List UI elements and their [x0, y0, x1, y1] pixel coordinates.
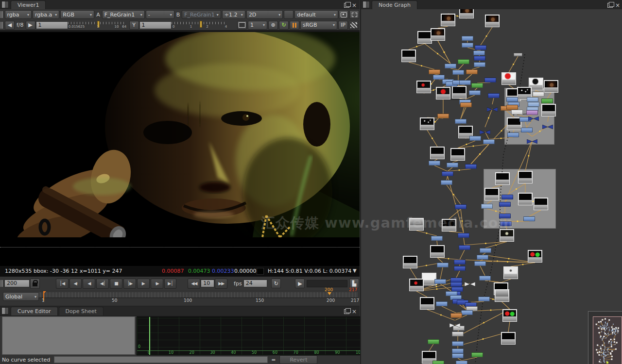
graph-node-merge[interactable]	[465, 279, 475, 288]
panel-drag-handle[interactable]	[363, 1, 370, 8]
graph-node-thumbnail[interactable]	[485, 15, 500, 27]
graph-node-thumbnail[interactable]	[544, 80, 558, 93]
close-panel-icon[interactable]: ×	[352, 3, 357, 8]
graph-node[interactable]	[506, 97, 518, 102]
graph-node[interactable]	[471, 83, 483, 88]
graph-node-thumbnail[interactable]	[420, 117, 434, 130]
current-frame-input[interactable]: 200	[4, 280, 30, 287]
alpha-channel-dropdown[interactable]: rgba.a▾	[33, 10, 59, 19]
graph-node[interactable]	[533, 92, 544, 97]
float-panel-icon[interactable]	[344, 309, 349, 314]
prev-gain-button[interactable]: ◀	[5, 21, 15, 30]
checker-button[interactable]	[349, 21, 359, 30]
graph-node-merge[interactable]	[527, 136, 537, 146]
graph-node[interactable]	[452, 341, 464, 346]
graph-node[interactable]	[506, 105, 518, 110]
graph-node[interactable]	[442, 171, 453, 176]
graph-node[interactable]	[474, 62, 485, 67]
graph-node[interactable]	[445, 64, 456, 68]
display-transform-dropdown[interactable]: default▾	[294, 10, 338, 19]
gamma-input[interactable]: 1	[139, 21, 172, 29]
graph-node[interactable]	[455, 119, 466, 124]
graph-node-merge[interactable]	[528, 114, 539, 123]
graph-node[interactable]	[461, 310, 473, 315]
graph-node-merge[interactable]	[542, 122, 553, 131]
play-backward-button[interactable]: ◀	[83, 279, 95, 289]
graph-node[interactable]	[480, 248, 491, 253]
graph-node-thumbnail[interactable]	[431, 28, 445, 41]
gamma-slider[interactable]: 0124	[172, 21, 228, 30]
graph-node[interactable]	[475, 45, 486, 50]
channels-dropdown[interactable]: rgba▾	[5, 10, 32, 19]
graph-node-thumbnail[interactable]	[528, 250, 542, 263]
display-channels-dropdown[interactable]: RGB▾	[60, 10, 94, 19]
graph-node[interactable]	[436, 301, 448, 306]
graph-node[interactable]	[469, 90, 481, 95]
row-drag-handle[interactable]	[0, 280, 3, 287]
graph-node[interactable]	[441, 180, 452, 185]
graph-node[interactable]	[447, 163, 458, 167]
graph-node[interactable]	[450, 313, 462, 318]
graph-node[interactable]	[484, 78, 496, 83]
graph-node[interactable]	[469, 136, 481, 141]
next-keyframe-button[interactable]: ·▶	[151, 279, 163, 289]
jump-forward-button[interactable]: ▶▶	[215, 279, 227, 289]
graph-node[interactable]	[458, 233, 469, 238]
node-graph-canvas[interactable]	[361, 9, 622, 364]
downrez-dropdown[interactable]: ÷1.2▾	[222, 10, 245, 19]
graph-node[interactable]	[452, 348, 464, 353]
graph-node[interactable]	[454, 266, 466, 271]
tab-curve-editor[interactable]: Curve Editor	[11, 307, 58, 315]
revert-button[interactable]: Revert	[279, 355, 317, 364]
goto-start-button[interactable]: │◀	[56, 279, 69, 289]
graph-node[interactable]	[479, 276, 491, 281]
close-panel-icon[interactable]: ×	[615, 3, 620, 8]
graph-node[interactable]	[450, 282, 462, 287]
gain-slider[interactable]: 0.01562511064	[68, 21, 126, 30]
roi-button[interactable]: ⊕	[268, 21, 278, 30]
graph-node-thumbnail[interactable]	[452, 86, 466, 99]
graph-node[interactable]	[437, 114, 449, 118]
graph-node[interactable]	[474, 56, 485, 61]
graph-node[interactable]	[434, 279, 446, 284]
graph-node[interactable]	[456, 361, 467, 364]
graph-node[interactable]	[428, 339, 439, 344]
graph-node-thumbnail[interactable]	[436, 87, 450, 99]
panel-drag-handle[interactable]	[1, 1, 9, 8]
graph-node[interactable]	[499, 202, 511, 207]
graph-node-thumbnail[interactable]	[441, 14, 455, 26]
graph-node[interactable]	[466, 69, 478, 74]
graph-node-merge[interactable]	[449, 320, 460, 330]
timeline-settings-button[interactable]: ▙	[349, 279, 359, 288]
pause-button[interactable]	[290, 21, 299, 30]
graph-node-thumbnail[interactable]	[501, 72, 516, 85]
fps-input[interactable]: 24	[243, 280, 268, 287]
graph-node-thumbnail[interactable]	[409, 279, 424, 291]
step-forward-button[interactable]: │▶	[123, 279, 136, 289]
graph-node[interactable]	[459, 80, 471, 85]
frame-range-dropdown[interactable]: Global▾	[3, 292, 39, 301]
graph-node[interactable]	[454, 260, 466, 265]
float-panel-icon[interactable]	[344, 3, 349, 8]
slider-handle[interactable]	[200, 21, 202, 28]
graph-node[interactable]	[462, 43, 473, 48]
graph-node[interactable]	[437, 263, 449, 267]
frame-increment-input[interactable]: 10	[201, 280, 214, 287]
refresh-button[interactable]: ↻	[279, 21, 289, 30]
stop-button[interactable]: ■	[110, 279, 122, 289]
tab-node-graph[interactable]: Node Graph	[372, 0, 417, 9]
graph-node-merge[interactable]	[487, 104, 498, 114]
graph-node-thumbnail[interactable]	[495, 172, 510, 185]
curve-list-panel[interactable]	[2, 316, 135, 355]
graph-node-thumbnail[interactable]	[403, 256, 417, 268]
tab-dope-sheet[interactable]: Dope Sheet	[59, 307, 104, 315]
input-a-dropdown[interactable]: F_ReGrain1▾	[102, 10, 145, 19]
graph-node-thumbnail[interactable]	[401, 50, 416, 62]
monitor-output-button[interactable]	[237, 21, 247, 30]
loop-mode-button[interactable]: ↻	[271, 279, 281, 288]
graph-node[interactable]	[452, 70, 464, 75]
row-drag-handle[interactable]	[0, 11, 3, 18]
graph-node[interactable]	[501, 195, 513, 199]
wipe-mode-dropdown[interactable]: -▾	[146, 10, 174, 19]
graph-node[interactable]	[473, 50, 485, 55]
